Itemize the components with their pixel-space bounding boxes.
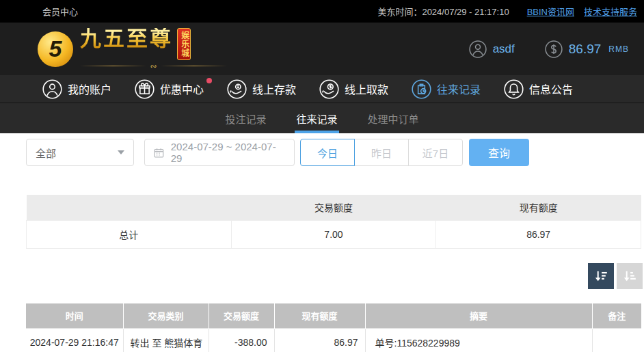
currency-text: RMB <box>608 44 629 54</box>
account-username[interactable]: asdf <box>469 40 515 58</box>
records-table: 时间 交易类别 交易额度 现有额度 摘要 备注 2024-07-29 21:16… <box>26 303 641 352</box>
server-time-label: 美东时间：2024/07/29 - 21:17:10 <box>377 5 509 18</box>
site-header: 5 九五至尊 娱乐城 ∾ asdf 86.97 RMB <box>0 23 644 75</box>
nav-item-transaction-records[interactable]: 往来记录 <box>412 79 481 99</box>
nav-label: 优惠中心 <box>160 81 204 97</box>
logo-flourish-ornament: ∾ <box>80 62 227 70</box>
record-remark <box>592 329 641 352</box>
logo-mark: 5 <box>49 36 62 62</box>
main-nav: 我的账户 优惠中心 线上存款 线上取款 <box>0 75 644 103</box>
nav-label: 往来记录 <box>437 81 481 97</box>
sort-ascending-icon <box>622 269 637 284</box>
nav-item-my-account[interactable]: 我的账户 <box>42 79 111 99</box>
table-row: 2024-07-29 21:16:47 转出 至 熊猫体育 -388.00 86… <box>26 329 641 352</box>
logo-title: 九五至尊 <box>80 28 173 49</box>
withdraw-hand-dollar-icon <box>319 79 339 99</box>
member-center-label: 会员中心 <box>42 5 78 18</box>
summary-header-balance: 现有额度 <box>436 195 641 220</box>
summary-header-blank <box>27 195 232 220</box>
records-header-summary: 摘要 <box>365 303 592 329</box>
record-type: 转出 至 熊猫体育 <box>123 329 209 352</box>
nav-item-online-withdraw[interactable]: 线上取款 <box>319 79 388 99</box>
gift-icon <box>135 79 155 99</box>
tab-transaction-records[interactable]: 往来记录 <box>295 103 338 133</box>
promo-notification-dot <box>206 78 212 83</box>
records-header-remark: 备注 <box>592 303 641 329</box>
records-header-balance: 现有额度 <box>274 303 365 329</box>
nav-label: 我的账户 <box>68 81 111 97</box>
records-header-type: 交易类别 <box>123 303 209 329</box>
records-header-amount: 交易额度 <box>209 303 274 329</box>
type-select-value: 全部 <box>36 146 56 160</box>
summary-table: 交易额度 现有额度 总计 7.00 86.97 <box>26 195 641 249</box>
type-select[interactable]: 全部 <box>26 139 134 166</box>
sort-controls <box>26 263 643 289</box>
logo-badge: 娱乐城 <box>177 28 191 60</box>
dollar-circle-icon <box>545 40 563 58</box>
sort-ascending-button[interactable] <box>617 263 643 289</box>
caret-down-icon <box>118 150 124 154</box>
tab-label: 投注记录 <box>225 111 266 126</box>
nav-label: 线上取款 <box>345 81 388 97</box>
calendar-icon <box>153 147 165 159</box>
sort-descending-icon <box>593 269 608 284</box>
summary-total-trade-amount: 7.00 <box>231 220 436 248</box>
summary-total-label: 总计 <box>27 220 232 248</box>
date-range-value: 2024-07-29 ~ 2024-07-29 <box>171 141 286 164</box>
tab-label: 处理中订单 <box>368 111 419 126</box>
sort-descending-button[interactable] <box>588 263 614 289</box>
sub-nav: 投注记录 往来记录 处理中订单 <box>0 103 644 133</box>
active-tab-underline <box>295 131 338 133</box>
bbin-news-link[interactable]: BBIN资讯网 <box>527 5 574 18</box>
bell-icon <box>504 79 524 99</box>
summary-total-row: 总计 7.00 86.97 <box>27 220 641 248</box>
site-logo[interactable]: 5 九五至尊 娱乐城 ∾ <box>38 28 227 70</box>
topbar: 会员中心 美东时间：2024/07/29 - 21:17:10 BBIN资讯网 … <box>0 0 644 23</box>
record-balance: 86.97 <box>274 329 365 352</box>
user-icon <box>42 79 62 99</box>
nav-item-online-deposit[interactable]: 线上存款 <box>227 79 296 99</box>
record-time: 2024-07-29 21:16:47 <box>26 329 123 352</box>
nav-label: 信息公告 <box>529 81 573 97</box>
main-content: 全部 2024-07-29 ~ 2024-07-29 今日 昨日 近7日 查询 … <box>26 139 643 352</box>
summary-header-row: 交易额度 现有额度 <box>27 195 641 220</box>
date-range-input[interactable]: 2024-07-29 ~ 2024-07-29 <box>144 139 295 166</box>
tech-support-link[interactable]: 技术支持服务 <box>584 5 637 18</box>
records-clipboard-icon <box>412 79 431 99</box>
quick-date-group: 今日 昨日 近7日 <box>300 139 463 166</box>
summary-total-balance: 86.97 <box>436 220 641 248</box>
nav-label: 线上存款 <box>252 81 296 97</box>
tab-pending-orders[interactable]: 处理中订单 <box>366 103 420 133</box>
record-amount: -388.00 <box>209 329 274 352</box>
balance-text: 86.97 <box>569 42 602 57</box>
records-header-time: 时间 <box>26 303 123 329</box>
user-circle-icon <box>469 40 487 58</box>
account-balance[interactable]: 86.97 RMB <box>545 40 629 58</box>
username-text: asdf <box>493 42 515 56</box>
quick-today-button[interactable]: 今日 <box>300 139 355 166</box>
tab-betting-records[interactable]: 投注记录 <box>224 103 267 133</box>
nav-item-announcements[interactable]: 信息公告 <box>504 79 573 99</box>
summary-header-trade-amount: 交易额度 <box>231 195 436 220</box>
logo-coin-icon: 5 <box>38 31 73 67</box>
search-button[interactable]: 查询 <box>469 139 529 166</box>
filter-row: 全部 2024-07-29 ~ 2024-07-29 今日 昨日 近7日 查询 <box>26 139 643 166</box>
records-header-row: 时间 交易类别 交易额度 现有额度 摘要 备注 <box>26 303 641 329</box>
record-summary: 单号:115628229989 <box>365 329 592 352</box>
nav-item-promotions[interactable]: 优惠中心 <box>135 79 204 99</box>
deposit-hand-coin-icon <box>227 79 247 99</box>
quick-yesterday-button[interactable]: 昨日 <box>354 139 409 166</box>
tab-label: 往来记录 <box>296 111 337 126</box>
quick-last7days-button[interactable]: 近7日 <box>408 139 463 166</box>
